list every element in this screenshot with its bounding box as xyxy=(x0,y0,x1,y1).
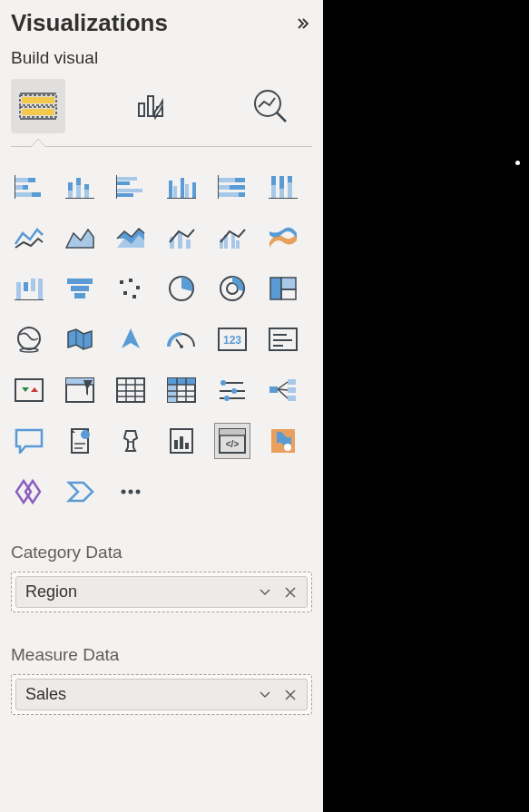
gauge-icon xyxy=(167,328,196,350)
visual-smart-narrative[interactable] xyxy=(62,423,98,459)
svg-rect-62 xyxy=(67,279,93,284)
svg-text:</>: </> xyxy=(226,439,240,449)
visualizations-pane: Visualizations Build visual xyxy=(0,0,323,812)
visual-power-apps[interactable] xyxy=(11,474,47,510)
visual-treemap[interactable] xyxy=(265,270,301,307)
visual-waterfall-chart[interactable] xyxy=(11,270,47,307)
visual-line-chart[interactable] xyxy=(11,220,47,256)
visual-pie-chart[interactable] xyxy=(163,270,200,307)
svg-point-104 xyxy=(220,380,226,386)
visual-100-stacked-bar-chart[interactable] xyxy=(214,169,250,205)
narrative-icon xyxy=(66,427,93,455)
svg-rect-19 xyxy=(68,182,73,191)
close-icon xyxy=(285,587,296,598)
visual-decomposition-tree[interactable] xyxy=(265,372,301,408)
tab-analytics[interactable] xyxy=(243,79,298,133)
visual-q-and-a[interactable] xyxy=(11,423,47,459)
visual-azure-map[interactable] xyxy=(113,321,149,357)
visual-python-visual[interactable]: </> xyxy=(214,423,250,459)
visual-gauge[interactable] xyxy=(163,321,200,357)
visual-kpi[interactable] xyxy=(11,372,47,408)
svg-rect-67 xyxy=(136,286,140,289)
tab-build-visual[interactable] xyxy=(11,79,65,133)
visual-key-influencers[interactable] xyxy=(113,423,149,459)
power-apps-icon xyxy=(15,479,44,504)
visual-arcgis-map[interactable] xyxy=(265,423,301,459)
svg-rect-56 xyxy=(236,240,240,249)
svg-rect-41 xyxy=(219,192,239,197)
visual-area-chart[interactable] xyxy=(62,220,98,256)
visual-100-stacked-column-chart[interactable] xyxy=(265,169,301,205)
svg-point-106 xyxy=(231,388,237,394)
visual-filled-map[interactable] xyxy=(62,321,98,357)
chevron-double-right-icon xyxy=(296,16,310,31)
category-data-well[interactable]: Region xyxy=(11,572,312,612)
visual-funnel-chart[interactable] xyxy=(62,270,98,307)
svg-rect-6 xyxy=(139,103,144,116)
chevron-down-icon xyxy=(260,691,270,699)
svg-rect-75 xyxy=(281,289,296,299)
svg-rect-74 xyxy=(281,278,296,289)
arcgis-icon xyxy=(269,427,297,455)
field-dropdown-button[interactable] xyxy=(258,688,272,702)
visual-donut-chart[interactable] xyxy=(214,270,250,307)
svg-rect-12 xyxy=(15,178,28,182)
azure-map-icon xyxy=(118,327,143,352)
visual-stacked-column-chart[interactable] xyxy=(62,169,98,205)
svg-rect-61 xyxy=(38,279,43,299)
visual-power-automate[interactable] xyxy=(62,474,98,510)
field-dropdown-button[interactable] xyxy=(258,585,272,600)
visual-more-options[interactable] xyxy=(113,474,149,510)
visual-map[interactable] xyxy=(11,321,47,357)
format-visual-icon xyxy=(135,87,173,125)
svg-rect-124 xyxy=(174,440,178,449)
pie-chart-icon xyxy=(168,275,195,302)
visual-multi-row-card[interactable] xyxy=(265,321,301,357)
chevron-down-icon xyxy=(260,589,270,596)
svg-point-134 xyxy=(129,490,133,494)
measure-field-pill[interactable]: Sales xyxy=(15,679,308,710)
visual-slicer[interactable] xyxy=(62,372,98,408)
canvas-area xyxy=(323,0,529,812)
clustered-bar-chart-icon xyxy=(116,175,145,199)
svg-rect-21 xyxy=(76,178,81,185)
svg-rect-31 xyxy=(169,181,172,198)
visual-clustered-bar-chart[interactable] xyxy=(113,169,149,205)
visual-clustered-column-chart[interactable] xyxy=(163,169,200,205)
table-icon xyxy=(116,377,145,403)
measure-data-well[interactable]: Sales xyxy=(11,674,312,715)
visual-scatter-chart[interactable] xyxy=(113,270,149,307)
r-visual-icon xyxy=(218,378,247,402)
svg-rect-7 xyxy=(148,96,153,116)
python-visual-icon: </> xyxy=(219,428,246,454)
category-field-pill[interactable]: Region xyxy=(15,576,308,608)
visual-stacked-area-chart[interactable] xyxy=(113,220,149,256)
paginated-report-icon xyxy=(169,427,194,455)
visual-line-stacked-column-chart[interactable] xyxy=(163,220,200,256)
svg-rect-33 xyxy=(181,178,184,198)
visual-r-script-visual[interactable] xyxy=(214,372,250,408)
collapse-pane-button[interactable] xyxy=(294,15,312,33)
visual-table[interactable] xyxy=(113,372,149,408)
visual-paginated-report[interactable] xyxy=(163,423,200,459)
visual-card[interactable]: 123 xyxy=(214,321,250,357)
tab-format-visual[interactable] xyxy=(127,79,181,133)
svg-rect-97 xyxy=(168,378,195,385)
svg-rect-42 xyxy=(239,192,245,197)
field-remove-button[interactable] xyxy=(283,688,298,702)
pill-actions xyxy=(258,585,298,600)
svg-rect-46 xyxy=(279,176,284,189)
svg-rect-112 xyxy=(269,386,278,393)
category-field-name: Region xyxy=(25,582,77,602)
visual-ribbon-chart[interactable] xyxy=(265,220,301,256)
svg-point-132 xyxy=(284,444,291,451)
svg-rect-60 xyxy=(31,279,35,291)
svg-rect-22 xyxy=(76,185,81,198)
build-visual-icon xyxy=(16,84,60,128)
visual-stacked-bar-chart[interactable] xyxy=(11,169,47,205)
visual-matrix[interactable] xyxy=(163,372,200,408)
svg-rect-114 xyxy=(288,387,296,393)
visual-line-clustered-column-chart[interactable] xyxy=(214,220,250,256)
field-remove-button[interactable] xyxy=(283,585,298,600)
svg-rect-28 xyxy=(117,189,142,192)
